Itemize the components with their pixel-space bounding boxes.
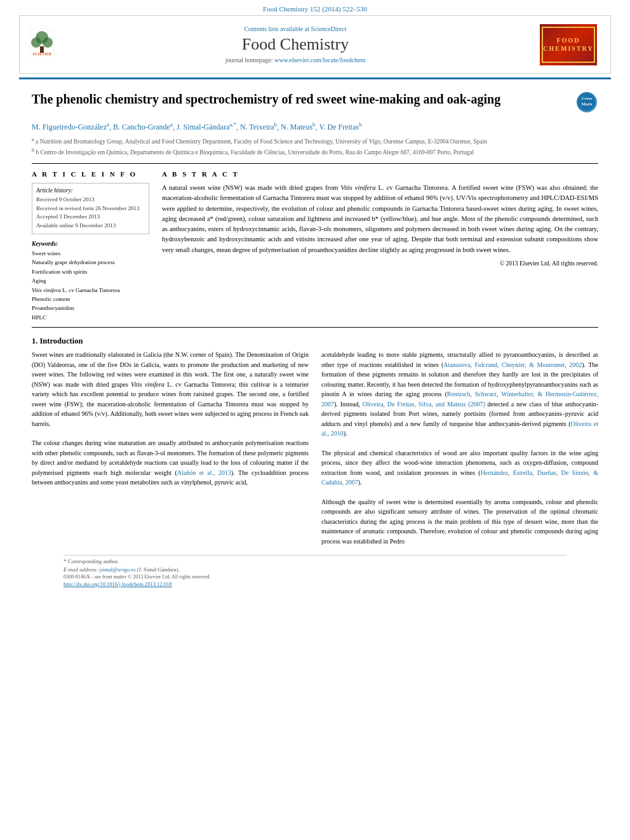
body-columns: Sweet wines are traditionally elaborated… (32, 350, 598, 546)
keyword-5: Vitis vinifera L. cv Garnacha Tintorera (32, 286, 149, 295)
ref-oliveira2010[interactable]: Oliveira et al., 2010 (321, 420, 598, 437)
banner-left: ELSEVIER (30, 29, 54, 60)
elsevier-icon: ELSEVIER (30, 29, 54, 57)
footer-email: E-mail address: jsimal@uvigo.es (J. Sima… (64, 566, 566, 574)
keyword-7: Proanthocyanidins (32, 303, 149, 312)
intro-left-text: Sweet wines are traditionally elaborated… (32, 350, 309, 429)
journal-banner: ELSEVIER Contents lists available at Sci… (19, 15, 611, 74)
elsevier-logo: ELSEVIER (30, 29, 54, 57)
abstract-header: A B S T R A C T (162, 170, 598, 178)
section-divider-bottom (32, 327, 598, 328)
ref-hernandez[interactable]: Hernández, Estrella, Dueñas, De Simón, &… (321, 469, 598, 486)
section-divider-top (32, 163, 598, 164)
authors-line: M. Figueiredo-Gonzáleza, B. Cancho-Grand… (32, 120, 598, 133)
article-title-row: The phenolic chemistry and spectrochemis… (32, 91, 598, 114)
issn-line: 0308-8146/$ – see front matter © 2013 El… (64, 574, 566, 580)
ref-oliveira[interactable]: Oliveira, De Freitas, Silva, and Mateus … (363, 401, 485, 408)
author-1: M. Figueiredo-González (32, 123, 107, 131)
contents-label: Contents lists available at (244, 25, 309, 32)
received-revised-date: Received in revised form 26 November 201… (36, 204, 145, 213)
article-info-header: A R T I C L E I N F O (32, 170, 149, 178)
history-title: Article history: (36, 187, 145, 194)
affiliation-a: a a Nutrition and Bromatology Group, Ana… (32, 136, 598, 146)
article-columns: A R T I C L E I N F O Article history: R… (32, 170, 598, 322)
abstract-text: A natural sweet wine (NSW) was made with… (162, 183, 598, 255)
author-3: J. Simal-Gándara (177, 123, 229, 131)
author-6: V. De Freitas (319, 123, 359, 131)
footer-email-link[interactable]: jsimal@uvigo.es (99, 566, 135, 573)
abstract-copyright: © 2013 Elsevier Ltd. All rights reserved… (162, 260, 598, 267)
thick-divider (19, 77, 611, 79)
keywords-section: Keywords: Sweet wines Naturally grape de… (32, 241, 149, 322)
intro-right-text-3: Although the quality of sweet wine is de… (321, 497, 598, 547)
journal-title: Food Chemistry (54, 35, 537, 54)
journal-ref-line: Food Chemistry 152 (2014) 522–530 (0, 0, 630, 15)
keyword-6: Phenolic content (32, 295, 149, 303)
keyword-4: Aging (32, 276, 149, 285)
accepted-date: Accepted 3 December 2013 (36, 213, 145, 222)
science-direct-link[interactable]: ScienceDirect (311, 25, 346, 32)
svg-text:Cross: Cross (582, 96, 593, 101)
intro-right-text: acetaldehyde leading to more stable pigm… (321, 350, 598, 439)
author-5: N. Mateus (281, 123, 312, 131)
affiliation-b: b b Centro de Investigação em Química, D… (32, 147, 598, 157)
affiliations: a a Nutrition and Bromatology Group, Ana… (32, 136, 598, 157)
article-history-box: Article history: Received 9 October 2013… (32, 183, 149, 234)
fc-logo-block: FOOD CHEMISTRY (543, 36, 593, 53)
crossmark-badge[interactable]: Cross Mark (575, 91, 598, 114)
keyword-8: HPLC (32, 313, 149, 322)
fc-logo-food: FOOD (557, 36, 580, 44)
svg-point-2 (31, 37, 41, 48)
svg-text:ELSEVIER: ELSEVIER (32, 52, 51, 56)
article-info-col: A R T I C L E I N F O Article history: R… (32, 170, 149, 322)
food-chemistry-logo: FOOD CHEMISTRY (540, 24, 597, 65)
author-4: N. Teixeira (240, 123, 274, 131)
intro-right-text-2: The physical and chemical characteristic… (321, 448, 598, 488)
keyword-3: Fortification with spirits (32, 267, 149, 276)
fc-logo-inner: FOOD CHEMISTRY (542, 27, 595, 63)
ref-alaon[interactable]: Alañón et al., 2013 (177, 469, 231, 476)
homepage-url[interactable]: www.elsevier.com/locate/foodchem (274, 57, 365, 63)
introduction-section: 1. Introduction Sweet wines are traditio… (32, 337, 598, 546)
abstract-col: A B S T R A C T A natural sweet wine (NS… (162, 170, 598, 322)
available-online-date: Available online 9 December 2013 (36, 222, 145, 230)
banner-center: Contents lists available at ScienceDirec… (54, 25, 537, 63)
article-title: The phenolic chemistry and spectrochemis… (32, 91, 569, 107)
fc-logo-chemistry: CHEMISTRY (543, 44, 593, 53)
homepage-label: journal homepage: (225, 57, 273, 63)
body-col-right: acetaldehyde leading to more stable pigm… (321, 350, 598, 546)
journal-citation: Food Chemistry 152 (2014) 522–530 (0, 0, 630, 15)
svg-text:Mark: Mark (581, 102, 592, 107)
article-content: The phenolic chemistry and spectrochemis… (32, 83, 598, 587)
section-heading-intro: 1. Introduction (32, 337, 598, 346)
intro-left-text-2: The colour changes during wine maturatio… (32, 438, 309, 488)
body-col-left: Sweet wines are traditionally elaborated… (32, 350, 309, 546)
keyword-2: Naturally grape dehydration process (32, 258, 149, 267)
author-2: B. Cancho-Grande (113, 123, 170, 131)
doi-link[interactable]: http://dx.doi.org/10.1016/j.foodchem.201… (64, 581, 172, 587)
banner-right: FOOD CHEMISTRY (537, 22, 600, 67)
ref-atanasova[interactable]: Atanasova, Fulcrand, Cheynier, & Moutoun… (443, 361, 582, 368)
page-footer: * Corresponding author. E-mail address: … (64, 555, 566, 587)
science-direct-text: Contents lists available at ScienceDirec… (54, 25, 537, 32)
svg-point-3 (43, 37, 53, 48)
received-date: Received 9 October 2013 (36, 196, 145, 204)
footnote-star: * Corresponding author. (64, 558, 566, 564)
crossmark-icon: Cross Mark (577, 92, 597, 112)
keywords-title: Keywords: (32, 241, 149, 247)
doi-line: http://dx.doi.org/10.1016/j.foodchem.201… (64, 581, 566, 587)
keyword-1: Sweet wines (32, 249, 149, 258)
journal-homepage: journal homepage: www.elsevier.com/locat… (54, 57, 537, 63)
